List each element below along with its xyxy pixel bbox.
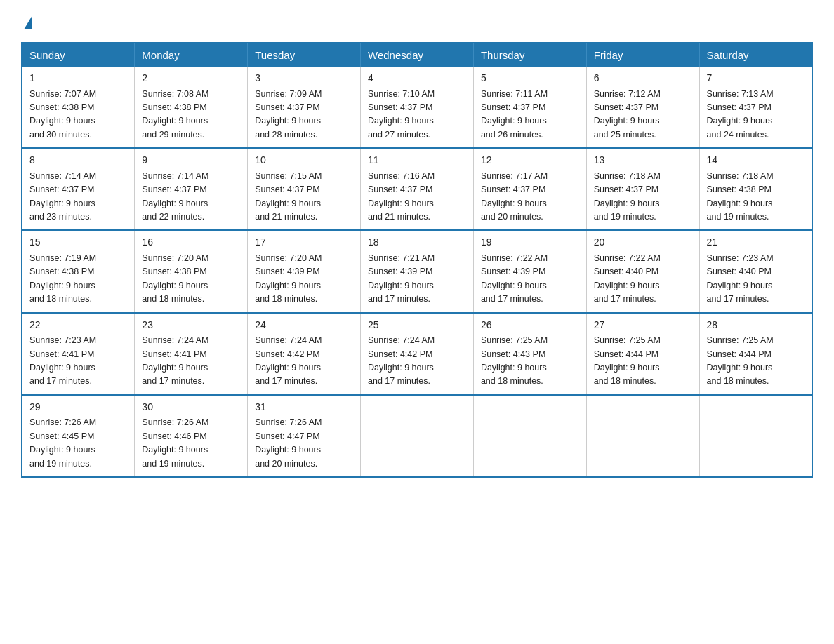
day-number: 17 (255, 235, 353, 250)
day-number: 8 (29, 153, 127, 168)
calendar-week-row: 29 Sunrise: 7:26 AMSunset: 4:45 PMDaylig… (22, 395, 812, 477)
calendar-cell: 29 Sunrise: 7:26 AMSunset: 4:45 PMDaylig… (22, 395, 135, 477)
day-info: Sunrise: 7:22 AMSunset: 4:40 PMDaylight:… (594, 253, 661, 304)
day-info: Sunrise: 7:11 AMSunset: 4:37 PMDaylight:… (481, 89, 548, 140)
calendar-cell: 8 Sunrise: 7:14 AMSunset: 4:37 PMDayligh… (22, 148, 135, 230)
day-info: Sunrise: 7:26 AMSunset: 4:46 PMDaylight:… (142, 417, 208, 468)
day-info: Sunrise: 7:24 AMSunset: 4:42 PMDaylight:… (255, 335, 322, 386)
day-info: Sunrise: 7:12 AMSunset: 4:37 PMDaylight:… (594, 89, 661, 140)
calendar-week-row: 15 Sunrise: 7:19 AMSunset: 4:38 PMDaylig… (22, 230, 812, 312)
day-number: 28 (707, 318, 805, 333)
calendar-cell (699, 395, 812, 477)
logo-triangle-icon (24, 15, 32, 29)
day-number: 18 (368, 235, 466, 250)
day-info: Sunrise: 7:13 AMSunset: 4:37 PMDaylight:… (707, 89, 774, 140)
day-info: Sunrise: 7:14 AMSunset: 4:37 PMDaylight:… (29, 171, 96, 222)
calendar-cell: 27 Sunrise: 7:25 AMSunset: 4:44 PMDaylig… (586, 313, 699, 395)
calendar-cell: 4 Sunrise: 7:10 AMSunset: 4:37 PMDayligh… (361, 67, 474, 148)
day-number: 15 (29, 235, 127, 250)
day-number: 23 (142, 318, 240, 333)
day-number: 20 (594, 235, 692, 250)
calendar-cell: 21 Sunrise: 7:23 AMSunset: 4:40 PMDaylig… (699, 230, 812, 312)
column-header-saturday: Saturday (699, 43, 812, 67)
calendar-week-row: 8 Sunrise: 7:14 AMSunset: 4:37 PMDayligh… (22, 148, 812, 230)
day-info: Sunrise: 7:26 AMSunset: 4:47 PMDaylight:… (255, 417, 322, 468)
calendar-cell: 26 Sunrise: 7:25 AMSunset: 4:43 PMDaylig… (473, 313, 586, 395)
calendar-cell: 1 Sunrise: 7:07 AMSunset: 4:38 PMDayligh… (22, 67, 135, 148)
day-number: 21 (707, 235, 805, 250)
day-number: 19 (481, 235, 579, 250)
calendar-cell: 19 Sunrise: 7:22 AMSunset: 4:39 PMDaylig… (473, 230, 586, 312)
day-number: 2 (142, 71, 240, 86)
day-number: 22 (29, 318, 127, 333)
calendar-cell: 3 Sunrise: 7:09 AMSunset: 4:37 PMDayligh… (248, 67, 361, 148)
day-info: Sunrise: 7:20 AMSunset: 4:38 PMDaylight:… (142, 253, 208, 304)
calendar-cell: 11 Sunrise: 7:16 AMSunset: 4:37 PMDaylig… (361, 148, 474, 230)
day-info: Sunrise: 7:18 AMSunset: 4:37 PMDaylight:… (594, 171, 661, 222)
column-header-thursday: Thursday (473, 43, 586, 67)
day-number: 29 (29, 400, 127, 415)
column-header-monday: Monday (135, 43, 248, 67)
day-info: Sunrise: 7:18 AMSunset: 4:38 PMDaylight:… (707, 171, 774, 222)
calendar-cell: 15 Sunrise: 7:19 AMSunset: 4:38 PMDaylig… (22, 230, 135, 312)
column-header-friday: Friday (586, 43, 699, 67)
day-number: 11 (368, 153, 466, 168)
day-info: Sunrise: 7:24 AMSunset: 4:42 PMDaylight:… (368, 335, 435, 386)
calendar-cell: 14 Sunrise: 7:18 AMSunset: 4:38 PMDaylig… (699, 148, 812, 230)
day-number: 25 (368, 318, 466, 333)
day-number: 4 (368, 71, 466, 86)
day-number: 14 (707, 153, 805, 168)
calendar-cell: 25 Sunrise: 7:24 AMSunset: 4:42 PMDaylig… (361, 313, 474, 395)
calendar-cell: 22 Sunrise: 7:23 AMSunset: 4:41 PMDaylig… (22, 313, 135, 395)
day-info: Sunrise: 7:24 AMSunset: 4:41 PMDaylight:… (142, 335, 208, 386)
day-info: Sunrise: 7:23 AMSunset: 4:41 PMDaylight:… (29, 335, 96, 386)
day-info: Sunrise: 7:16 AMSunset: 4:37 PMDaylight:… (368, 171, 435, 222)
logo (21, 14, 32, 29)
calendar-cell: 10 Sunrise: 7:15 AMSunset: 4:37 PMDaylig… (248, 148, 361, 230)
page-header (21, 14, 813, 29)
calendar-cell: 12 Sunrise: 7:17 AMSunset: 4:37 PMDaylig… (473, 148, 586, 230)
day-info: Sunrise: 7:19 AMSunset: 4:38 PMDaylight:… (29, 253, 96, 304)
calendar-cell: 31 Sunrise: 7:26 AMSunset: 4:47 PMDaylig… (248, 395, 361, 477)
day-number: 10 (255, 153, 353, 168)
day-info: Sunrise: 7:21 AMSunset: 4:39 PMDaylight:… (368, 253, 435, 304)
day-number: 6 (594, 71, 692, 86)
calendar-cell: 9 Sunrise: 7:14 AMSunset: 4:37 PMDayligh… (135, 148, 248, 230)
column-header-tuesday: Tuesday (248, 43, 361, 67)
day-number: 27 (594, 318, 692, 333)
calendar-week-row: 22 Sunrise: 7:23 AMSunset: 4:41 PMDaylig… (22, 313, 812, 395)
calendar-week-row: 1 Sunrise: 7:07 AMSunset: 4:38 PMDayligh… (22, 67, 812, 148)
day-info: Sunrise: 7:10 AMSunset: 4:37 PMDaylight:… (368, 89, 435, 140)
day-info: Sunrise: 7:20 AMSunset: 4:39 PMDaylight:… (255, 253, 322, 304)
calendar-cell (473, 395, 586, 477)
day-info: Sunrise: 7:09 AMSunset: 4:37 PMDaylight:… (255, 89, 322, 140)
day-number: 16 (142, 235, 240, 250)
day-number: 31 (255, 400, 353, 415)
calendar-cell (361, 395, 474, 477)
column-header-wednesday: Wednesday (361, 43, 474, 67)
calendar-header-row: SundayMondayTuesdayWednesdayThursdayFrid… (22, 43, 812, 67)
day-info: Sunrise: 7:25 AMSunset: 4:44 PMDaylight:… (707, 335, 774, 386)
calendar-table: SundayMondayTuesdayWednesdayThursdayFrid… (21, 42, 813, 478)
day-info: Sunrise: 7:17 AMSunset: 4:37 PMDaylight:… (481, 171, 548, 222)
calendar-cell: 16 Sunrise: 7:20 AMSunset: 4:38 PMDaylig… (135, 230, 248, 312)
day-number: 3 (255, 71, 353, 86)
day-number: 13 (594, 153, 692, 168)
day-info: Sunrise: 7:08 AMSunset: 4:38 PMDaylight:… (142, 89, 208, 140)
day-info: Sunrise: 7:26 AMSunset: 4:45 PMDaylight:… (29, 417, 96, 468)
day-number: 12 (481, 153, 579, 168)
day-info: Sunrise: 7:25 AMSunset: 4:43 PMDaylight:… (481, 335, 548, 386)
calendar-cell: 18 Sunrise: 7:21 AMSunset: 4:39 PMDaylig… (361, 230, 474, 312)
day-info: Sunrise: 7:07 AMSunset: 4:38 PMDaylight:… (29, 89, 96, 140)
calendar-cell: 2 Sunrise: 7:08 AMSunset: 4:38 PMDayligh… (135, 67, 248, 148)
day-info: Sunrise: 7:23 AMSunset: 4:40 PMDaylight:… (707, 253, 774, 304)
day-info: Sunrise: 7:22 AMSunset: 4:39 PMDaylight:… (481, 253, 548, 304)
day-number: 1 (29, 71, 127, 86)
day-number: 9 (142, 153, 240, 168)
calendar-cell: 30 Sunrise: 7:26 AMSunset: 4:46 PMDaylig… (135, 395, 248, 477)
calendar-cell: 23 Sunrise: 7:24 AMSunset: 4:41 PMDaylig… (135, 313, 248, 395)
calendar-cell (586, 395, 699, 477)
day-number: 24 (255, 318, 353, 333)
day-number: 5 (481, 71, 579, 86)
calendar-cell: 6 Sunrise: 7:12 AMSunset: 4:37 PMDayligh… (586, 67, 699, 148)
